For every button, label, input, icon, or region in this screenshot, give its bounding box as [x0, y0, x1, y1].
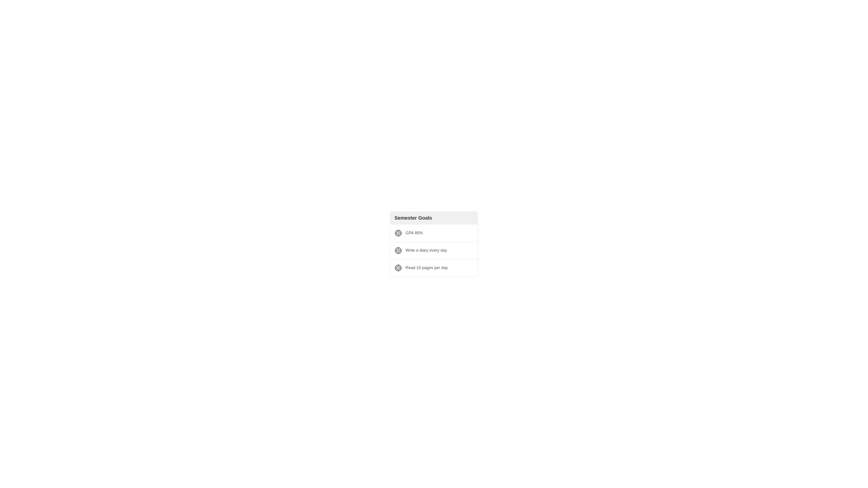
svg-point-5 — [398, 250, 399, 251]
svg-point-2 — [398, 232, 399, 234]
goal-text: GPA 80% — [405, 231, 423, 235]
widget-header: Semester Goals — [390, 212, 478, 225]
widget-title: Semester Goals — [395, 215, 432, 221]
list-item[interactable]: Write a diary every day — [390, 242, 478, 259]
svg-point-8 — [398, 267, 399, 268]
target-icon — [395, 230, 402, 237]
target-icon — [395, 247, 402, 254]
goal-text: Read 10 pages per day — [405, 265, 448, 270]
goal-text: Write a diary every day — [405, 248, 447, 253]
goals-list: GPA 80% Write a diary every day Read 1 — [390, 225, 478, 277]
semester-goals-widget: Semester Goals GPA 80% Write — [390, 212, 478, 277]
target-icon — [395, 264, 402, 271]
list-item[interactable]: Read 10 pages per day — [390, 259, 478, 277]
list-item[interactable]: GPA 80% — [390, 225, 478, 242]
